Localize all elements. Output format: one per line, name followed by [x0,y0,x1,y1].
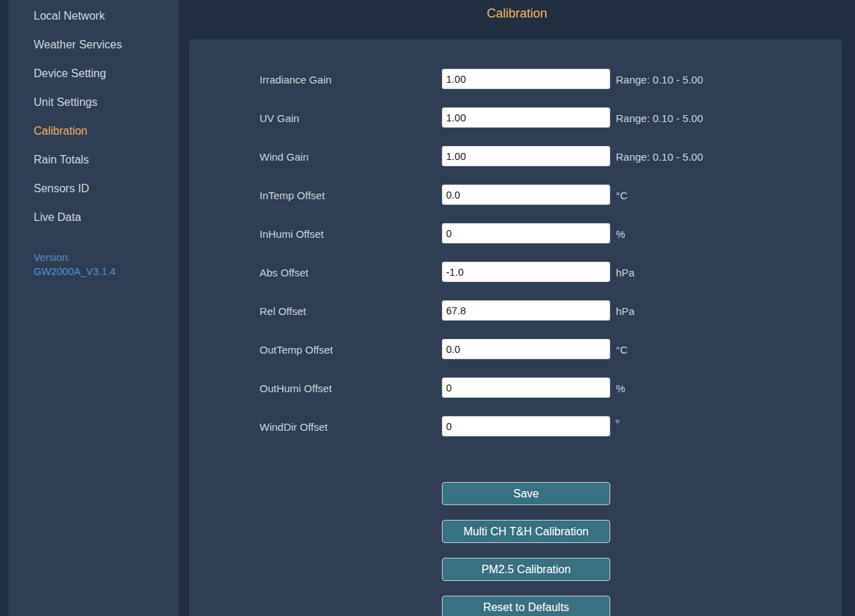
uv-gain-input[interactable] [442,107,610,128]
main-header: Calibration [179,0,855,28]
version-value: GW2000A_V3.1.4 [34,265,179,279]
irradiance-gain-label: Irradiance Gain [260,73,332,85]
outhumi-offset-unit: % [616,382,625,394]
sidebar-item-unit-settings[interactable]: Unit Settings [8,88,179,116]
intemp-offset-unit: °C [616,189,628,201]
abs-offset-input[interactable] [442,262,610,282]
sidebar-item-weather-services[interactable]: Weather Services [8,30,179,59]
reset-to-defaults-button[interactable]: Reset to Defaults [442,596,610,616]
irradiance-gain-unit: Range: 0.10 - 5.00 [616,73,703,85]
calibration-page: { "colors": { "page_background": "#212e3… [0,0,855,616]
sidebar-nav: Local NetworkWeather ServicesDevice Sett… [8,0,179,232]
pm25-calibration-button[interactable]: PM2.5 Calibration [442,558,610,581]
intemp-offset-label: InTemp Offset [260,189,325,201]
form-row-intemp-offset: InTemp Offset°C [189,185,842,205]
abs-offset-label: Abs Offset [260,266,309,278]
form-row-irradiance-gain: Irradiance GainRange: 0.10 - 5.00 [189,69,842,89]
irradiance-gain-input[interactable] [442,69,610,89]
winddir-offset-unit: º [616,417,619,428]
inhumi-offset-unit: % [616,227,625,239]
outtemp-offset-label: OutTemp Offset [260,343,333,355]
multi-ch-th-calibration-button[interactable]: Multi CH T&H Calibration [442,520,610,543]
sidebar-item-calibration[interactable]: Calibration [8,116,179,145]
rel-offset-unit: hPa [616,304,635,316]
inhumi-offset-label: InHumi Offset [260,227,323,239]
wind-gain-input[interactable] [442,146,610,166]
sidebar-item-live-data[interactable]: Live Data [8,203,179,232]
intemp-offset-input[interactable] [442,185,610,205]
form-row-outhumi-offset: OutHumi Offset% [189,377,842,398]
page-title: Calibration [487,6,547,21]
form-row-uv-gain: UV GainRange: 0.10 - 5.00 [189,107,842,128]
form-row-inhumi-offset: InHumi Offset% [189,223,842,243]
outtemp-offset-input[interactable] [442,339,610,359]
sidebar-item-local-network[interactable]: Local Network [8,1,179,30]
form-row-winddir-offset: WindDir Offsetº [189,416,842,436]
rel-offset-input[interactable] [442,300,610,321]
winddir-offset-label: WindDir Offset [260,420,328,432]
uv-gain-label: UV Gain [260,112,299,123]
wind-gain-label: Wind Gain [260,150,309,162]
rel-offset-label: Rel Offset [260,304,306,316]
firmware-version: Version: GW2000A_V3.1.4 [8,250,179,279]
form-row-outtemp-offset: OutTemp Offset°C [189,339,842,359]
sidebar-item-device-setting[interactable]: Device Setting [8,59,179,88]
save-button[interactable]: Save [442,482,610,505]
version-label: Version: [34,250,179,265]
outtemp-offset-unit: °C [616,343,628,355]
sidebar-item-sensors-id[interactable]: Sensors ID [8,174,179,203]
wind-gain-unit: Range: 0.10 - 5.00 [616,150,703,162]
outhumi-offset-label: OutHumi Offset [260,382,332,394]
form-row-abs-offset: Abs OffsethPa [189,262,842,282]
sidebar-item-rain-totals[interactable]: Rain Totals [8,145,179,174]
winddir-offset-input[interactable] [442,416,610,436]
uv-gain-unit: Range: 0.10 - 5.00 [616,112,703,123]
outhumi-offset-input[interactable] [442,377,610,398]
form-row-rel-offset: Rel OffsethPa [189,300,842,321]
abs-offset-unit: hPa [616,266,635,278]
calibration-panel: Irradiance GainRange: 0.10 - 5.00UV Gain… [189,39,842,616]
sidebar: Local NetworkWeather ServicesDevice Sett… [8,0,179,616]
inhumi-offset-input[interactable] [442,223,610,243]
form-row-wind-gain: Wind GainRange: 0.10 - 5.00 [189,146,842,166]
